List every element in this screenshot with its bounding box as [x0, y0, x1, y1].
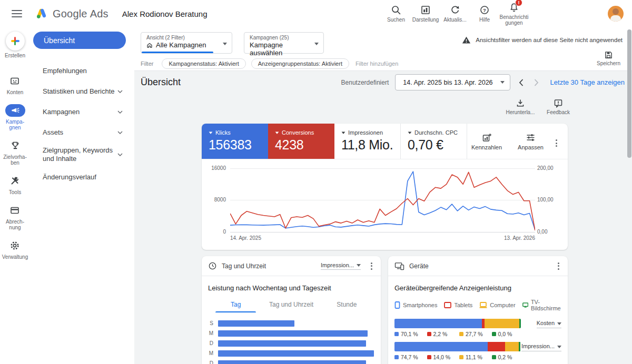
view-filter-warning: Ansichtsfilter werden auf diese Seite ni… — [462, 36, 623, 44]
create-button[interactable]: Erstellen — [5, 27, 25, 58]
scrollbar-thumb[interactable] — [627, 71, 631, 158]
view-picker[interactable]: Ansicht (2 Filter) Alle Kampagnen — [141, 32, 232, 54]
accounts-icon — [9, 76, 20, 86]
feedback-button[interactable]: Feedback — [539, 98, 577, 115]
chevron-down-icon — [223, 43, 227, 45]
next-range-button[interactable] — [532, 79, 541, 86]
nav-item-uebersicht[interactable]: Übersicht — [33, 32, 126, 49]
day-label: M — [208, 330, 213, 336]
avatar[interactable] — [608, 6, 624, 22]
device-stacked-bar — [394, 342, 521, 351]
main-content: Übersicht Benutzerdefiniert 14. Apr. 202… — [134, 71, 632, 364]
day-card-kebab-menu[interactable] — [369, 260, 374, 272]
rail-item-verwaltung[interactable]: Verwaltung — [2, 239, 28, 260]
warning-icon — [462, 36, 471, 44]
metric-conversions[interactable]: Conversions 4238 — [268, 124, 334, 159]
add-filter-button[interactable]: Filter hinzufügen — [355, 60, 398, 67]
help-button[interactable]: ? Hilfe — [470, 5, 499, 23]
tv-icon — [522, 302, 528, 308]
nav-item-assets[interactable]: Assets — [30, 122, 134, 143]
day-bar — [218, 320, 294, 327]
x-axis-end-label: 13. Apr. 2026 — [504, 235, 535, 241]
download-button[interactable]: Herunterla... — [501, 98, 539, 115]
percent-row: 70,1 %2,2 %27,7 %0,0 % — [394, 331, 524, 337]
chevron-down-icon — [275, 132, 279, 134]
legend-square-icon — [427, 332, 431, 336]
legend-square-icon — [394, 355, 399, 359]
account-name: Alex Rodionov Beratung — [122, 9, 208, 18]
nav-item-statistiken[interactable]: Statistiken und Berichte — [30, 81, 134, 102]
summary-kebab-menu[interactable] — [554, 137, 559, 149]
notifications-button[interactable]: ! Benachrichti gungen — [499, 2, 529, 26]
save-button[interactable]: Speichern — [597, 50, 620, 66]
device-metric-select[interactable]: Kosten — [537, 320, 561, 328]
refresh-icon — [450, 5, 460, 15]
day-bar — [218, 340, 366, 347]
metric-cpc-value: 0,70 € — [408, 137, 460, 153]
refresh-button[interactable]: Aktualis... — [440, 5, 470, 23]
rail-item-kampagnen[interactable]: Kampa- gnen — [5, 104, 25, 130]
metric-impressionen[interactable]: Impressionen 11,8 Mio. — [334, 124, 401, 159]
device-stacked-bar — [394, 319, 521, 328]
product-name: GoogleAds — [53, 8, 108, 20]
search-button[interactable]: Suchen — [381, 5, 411, 23]
nav-item-kampagnen[interactable]: Kampagnen — [30, 102, 134, 122]
save-icon — [604, 50, 613, 59]
devices-card-kebab-menu[interactable] — [556, 260, 561, 272]
last-30-days-link[interactable]: Letzte 30 Tage anzeigen — [550, 78, 625, 86]
download-icon — [516, 98, 525, 108]
tools-icon — [9, 176, 20, 186]
x-axis-start-label: 14. Apr. 2025 — [230, 235, 261, 241]
kennzahlen-button[interactable]: Kennzahlen — [471, 133, 502, 150]
metric-conversions-value: 4238 — [275, 137, 328, 153]
rail-item-tools[interactable]: Tools — [9, 175, 21, 195]
nav-item-zielgruppen[interactable]: Zielgruppen, Keywords und Inhalte — [30, 143, 134, 167]
anpassen-button[interactable]: Anpassen — [518, 133, 544, 150]
tab-tag-und-uhrzeit[interactable]: Tag und Uhrzeit — [263, 301, 319, 312]
metric-cpc[interactable]: Durchschn. CPC 0,70 € — [401, 124, 467, 159]
nav-item-aenderungsverlauf[interactable]: Änderungsverlauf — [30, 167, 134, 187]
device-row: 74,7 %14,0 %11,1 %0,2 %Impression... — [394, 342, 561, 360]
filters-toolbar: Ansicht (2 Filter) Alle Kampagnen Kampag… — [134, 27, 632, 71]
home-icon — [146, 42, 153, 48]
campaign-picker[interactable]: Kampagnen (25) Kampagne auswählen — [244, 32, 324, 54]
prev-range-button[interactable] — [517, 79, 526, 86]
rail-item-konten[interactable]: Konten — [7, 75, 24, 95]
tab-stunde[interactable]: Stunde — [319, 301, 374, 312]
nav-item-empfehlungen[interactable]: Empfehlungen — [30, 60, 134, 81]
legend-smartphones: Smartphones — [394, 299, 437, 311]
bar-segment — [485, 319, 519, 328]
sliders-icon — [526, 133, 536, 143]
menu-icon[interactable] — [12, 10, 22, 17]
credit-card-icon — [9, 205, 20, 216]
card-title: Tag und Uhrzeit — [222, 262, 321, 270]
chevron-down-icon — [557, 322, 561, 325]
percent-item: 0,0 % — [492, 331, 525, 337]
day-metric-select[interactable]: Impression... — [321, 262, 361, 270]
day-bar — [218, 330, 368, 337]
percent-item: 14,0 % — [427, 354, 460, 360]
metric-klicks[interactable]: Klicks 156383 — [202, 124, 268, 159]
bar-segment — [394, 319, 482, 328]
y2-axis-tick: 0,00 — [537, 229, 564, 235]
filter-chip-kampagnenstatus[interactable]: Kampagnenstatus: Aktiviert — [162, 58, 245, 69]
tab-tag[interactable]: Tag — [208, 301, 263, 312]
notification-badge: ! — [515, 0, 522, 6]
device-metric-select[interactable]: Impression... — [521, 343, 561, 351]
rail-item-abrechnung[interactable]: Abrech- nung — [6, 204, 24, 230]
percent-item: 0,2 % — [492, 354, 525, 360]
chart-frame-icon — [420, 5, 431, 15]
percent-item: 27,7 % — [459, 331, 492, 337]
y-axis-tick: 8000 — [202, 197, 226, 203]
y2-axis-tick: 200,00 — [537, 165, 564, 171]
filter-chip-anzeigengruppenstatus[interactable]: Anzeigengruppenstatus: Aktiviert — [251, 58, 349, 69]
appearance-button[interactable]: Darstellung — [411, 5, 440, 23]
search-icon — [391, 5, 401, 15]
y-axis-tick: 16000 — [202, 165, 226, 171]
rail-item-zielvorhaben[interactable]: Zielvorha- ben — [3, 139, 26, 166]
y2-axis-tick: 100,00 — [537, 197, 564, 203]
devices-stacked-chart: 70,1 %2,2 %27,7 %0,0 %Kosten74,7 %14,0 %… — [394, 319, 561, 364]
date-range-picker[interactable]: 14. Apr. 2025 bis 13. Apr. 2026 — [395, 74, 510, 90]
clock-icon — [208, 261, 217, 270]
day-bar — [218, 360, 366, 364]
